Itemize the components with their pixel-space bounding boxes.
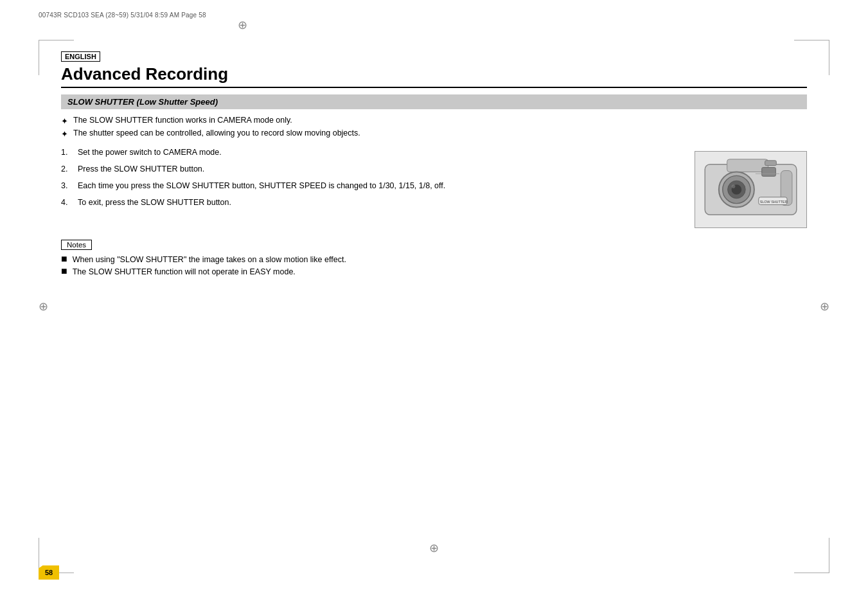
page-container: 00743R SCD103 SEA (28~59) 5/31/04 8:59 A…	[0, 0, 868, 613]
bullet-section: ✦ The SLOW SHUTTER function works in CAM…	[61, 116, 807, 139]
border-mark	[829, 538, 829, 573]
step-number-4: 4.	[61, 198, 74, 207]
notes-section: Notes ■ When using "SLOW SHUTTER" the im…	[61, 240, 807, 276]
bullet-item-1: ✦ The SLOW SHUTTER function works in CAM…	[61, 116, 807, 126]
bullet-text-2: The shutter speed can be controlled, all…	[73, 129, 360, 138]
step-1: 1. Set the power switch to CAMERA mode.	[61, 148, 682, 157]
cross-icon: ✦	[61, 116, 68, 126]
crosshair-right: ⊕	[820, 299, 829, 314]
step-text-4: To exit, press the SLOW SHUTTER button.	[78, 198, 682, 207]
step-text-3: Each time you press the SLOW SHUTTER but…	[78, 181, 682, 190]
svg-rect-11	[762, 168, 776, 177]
camera-image: SLOW SHUTTER	[695, 151, 807, 228]
crosshair-top: ⊕	[238, 18, 247, 32]
svg-point-6	[732, 184, 736, 188]
crosshair-left: ⊕	[39, 299, 48, 314]
content-area: ENGLISH Advanced Recording SLOW SHUTTER …	[61, 51, 807, 562]
english-label: ENGLISH	[61, 51, 100, 62]
border-mark	[794, 40, 829, 40]
border-mark	[794, 573, 829, 573]
notes-label: Notes	[61, 240, 92, 250]
svg-rect-10	[765, 161, 777, 166]
step-text-1: Set the power switch to CAMERA mode.	[78, 148, 682, 157]
header-meta: 00743R SCD103 SEA (28~59) 5/31/04 8:59 A…	[39, 12, 206, 19]
border-mark	[829, 40, 829, 75]
steps-list: 1. Set the power switch to CAMERA mode. …	[61, 148, 695, 228]
note-bullet-icon: ■	[61, 254, 67, 264]
main-title: Advanced Recording	[61, 64, 807, 88]
note-text-2: The SLOW SHUTTER function will not opera…	[73, 267, 296, 276]
step-number-3: 3.	[61, 181, 74, 190]
section-header: SLOW SHUTTER (Low Shutter Speed)	[61, 94, 807, 109]
camera-image-area: SLOW SHUTTER	[695, 151, 807, 228]
step-3: 3. Each time you press the SLOW SHUTTER …	[61, 181, 682, 190]
bullet-item-2: ✦ The shutter speed can be controlled, a…	[61, 129, 807, 139]
page-number-badge: 58	[39, 565, 59, 580]
svg-text:SLOW SHUTTER: SLOW SHUTTER	[760, 200, 788, 204]
cross-icon: ✦	[61, 129, 68, 139]
border-mark	[39, 538, 39, 573]
camera-illustration: SLOW SHUTTER	[695, 152, 806, 227]
step-2: 2. Press the SLOW SHUTTER button.	[61, 164, 682, 173]
note-bullet-icon: ■	[61, 266, 67, 276]
step-number-1: 1.	[61, 148, 74, 157]
note-item-1: ■ When using "SLOW SHUTTER" the image ta…	[61, 255, 807, 264]
steps-section: 1. Set the power switch to CAMERA mode. …	[61, 148, 807, 228]
border-mark	[39, 40, 39, 75]
note-text-1: When using "SLOW SHUTTER" the image take…	[73, 255, 346, 264]
border-mark	[39, 40, 74, 40]
note-item-2: ■ The SLOW SHUTTER function will not ope…	[61, 267, 807, 276]
step-4: 4. To exit, press the SLOW SHUTTER butto…	[61, 198, 682, 207]
bullet-text-1: The SLOW SHUTTER function works in CAMER…	[73, 116, 292, 125]
step-number-2: 2.	[61, 164, 74, 173]
step-text-2: Press the SLOW SHUTTER button.	[78, 164, 682, 173]
